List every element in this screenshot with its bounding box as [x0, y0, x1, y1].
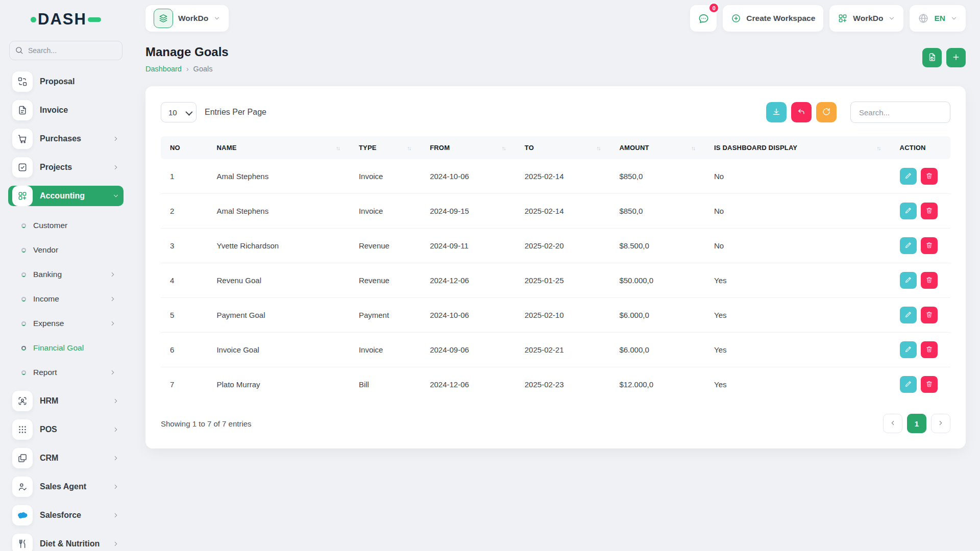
- grid-plus-icon: [838, 13, 848, 23]
- table-search-input[interactable]: [850, 102, 950, 123]
- cell-action: [894, 367, 950, 402]
- sidebar-item-invoice[interactable]: Invoice: [8, 100, 124, 120]
- sidebar-item-label: Invoice: [40, 106, 119, 115]
- chevron-right-icon: [112, 426, 119, 433]
- delete-button[interactable]: [921, 237, 938, 254]
- brand-logo: DASH: [8, 0, 124, 39]
- chevron-down-icon: [950, 15, 958, 22]
- sidebar-item-proposal[interactable]: Proposal: [8, 71, 124, 92]
- pagination-page-1[interactable]: 1: [907, 414, 926, 433]
- column-label: ACTION: [900, 144, 926, 152]
- table-row: 2Amal StephensInvoice2024-09-152025-02-1…: [161, 194, 950, 229]
- edit-button[interactable]: [900, 341, 917, 358]
- table-header-row: NONAME↑↓TYPE↑↓FROM↑↓TO↑↓AMOUNT↑↓IS DASHB…: [161, 136, 950, 159]
- edit-button[interactable]: [900, 376, 917, 393]
- invoice-icon: [12, 100, 33, 120]
- cell-dashboard-display: Yes: [708, 263, 894, 298]
- search-icon: [15, 46, 23, 55]
- copy-goal-button[interactable]: [922, 48, 942, 67]
- delete-button[interactable]: [921, 376, 938, 393]
- submenu-item-vendor[interactable]: Vendor: [21, 240, 124, 260]
- cell-no: 5: [161, 298, 210, 333]
- edit-button[interactable]: [900, 307, 917, 323]
- cell-to: 2025-02-14: [519, 159, 614, 194]
- sidebar-item-projects[interactable]: Projects: [8, 157, 124, 178]
- trash-icon: [925, 172, 933, 181]
- edit-icon: [904, 311, 912, 320]
- sidebar-item-crm[interactable]: CRM: [8, 448, 124, 468]
- sidebar-item-purchases[interactable]: Purchases: [8, 129, 124, 149]
- edit-button[interactable]: [900, 237, 917, 254]
- submenu-item-label: Vendor: [33, 245, 58, 255]
- sidebar-item-sales-agent[interactable]: Sales Agent: [8, 477, 124, 497]
- export-button[interactable]: [766, 102, 787, 122]
- sidebar-search-input[interactable]: [9, 41, 122, 60]
- sidebar-item-label: CRM: [40, 454, 105, 463]
- submenu-item-label: Financial Goal: [33, 343, 84, 353]
- edit-button[interactable]: [900, 272, 917, 289]
- sidebar-item-pos[interactable]: POS: [8, 419, 124, 440]
- submenu-item-expense[interactable]: Expense: [21, 313, 124, 334]
- submenu-item-financial-goal[interactable]: Financial Goal: [21, 338, 124, 358]
- refresh-icon: [822, 107, 831, 118]
- cell-to: 2025-01-25: [519, 263, 614, 298]
- chevron-right-icon: [109, 295, 116, 303]
- column-header-from[interactable]: FROM↑↓: [424, 136, 519, 159]
- column-header-amount[interactable]: AMOUNT↑↓: [613, 136, 708, 159]
- pagination-prev-button[interactable]: [883, 414, 902, 433]
- sort-icon: ↑↓: [596, 145, 607, 151]
- cell-type: Revenue: [353, 229, 424, 263]
- chat-icon: [698, 13, 709, 24]
- workspace-switcher[interactable]: WorkDo: [145, 5, 229, 32]
- logo-dot-accent: [31, 17, 36, 22]
- bullet-icon: [21, 272, 26, 277]
- delete-button[interactable]: [921, 168, 938, 185]
- cell-dashboard-display: No: [708, 229, 894, 263]
- sidebar-item-diet-nutrition[interactable]: Diet & Nutrition: [8, 534, 124, 551]
- column-header-no: NO: [161, 136, 210, 159]
- column-label: AMOUNT: [619, 144, 649, 152]
- sidebar-item-salesforce[interactable]: Salesforce: [8, 505, 124, 525]
- delete-button[interactable]: [921, 307, 938, 323]
- bullet-icon: [21, 370, 26, 375]
- messages-button[interactable]: 0: [690, 5, 717, 32]
- edit-button[interactable]: [900, 168, 917, 185]
- column-header-name[interactable]: NAME↑↓: [210, 136, 352, 159]
- crm-icon: [12, 448, 33, 468]
- submenu-item-banking[interactable]: Banking: [21, 264, 124, 285]
- cell-amount: $8.500,0: [613, 229, 708, 263]
- cell-name: Amal Stephens: [210, 159, 352, 194]
- refresh-button[interactable]: [816, 102, 837, 122]
- apps-menu-button[interactable]: WorkDo: [829, 5, 903, 32]
- sidebar-item-accounting[interactable]: Accounting: [8, 186, 124, 206]
- cell-amount: $6.000,0: [613, 333, 708, 367]
- submenu-accounting: CustomerVendorBankingIncomeExpenseFinanc…: [8, 214, 124, 391]
- trash-icon: [925, 380, 933, 389]
- cell-from: 2024-09-15: [424, 194, 519, 229]
- projects-icon: [12, 157, 33, 178]
- column-header-is-dashboard-display[interactable]: IS DASHBOARD DISPLAY↑↓: [708, 136, 894, 159]
- edit-button[interactable]: [900, 203, 917, 219]
- create-workspace-button[interactable]: Create Workspace: [723, 5, 823, 32]
- sidebar-item-hrm[interactable]: HRM: [8, 391, 124, 411]
- pagination-next-button[interactable]: [931, 414, 950, 433]
- delete-button[interactable]: [921, 203, 938, 219]
- entries-per-page-select[interactable]: 10: [161, 102, 197, 122]
- undo-button[interactable]: [791, 102, 812, 122]
- cell-amount: $850,0: [613, 159, 708, 194]
- delete-button[interactable]: [921, 341, 938, 358]
- cell-type: Bill: [353, 367, 424, 402]
- sidebar-item-label: Sales Agent: [40, 482, 105, 491]
- breadcrumb-dashboard-link[interactable]: Dashboard: [145, 65, 182, 73]
- submenu-item-income[interactable]: Income: [21, 289, 124, 309]
- column-header-type[interactable]: TYPE↑↓: [353, 136, 424, 159]
- submenu-item-customer[interactable]: Customer: [21, 215, 124, 236]
- delete-button[interactable]: [921, 272, 938, 289]
- main-content: WorkDo 0 Create Workspace: [132, 0, 980, 551]
- language-selector[interactable]: EN: [910, 5, 966, 32]
- submenu-item-report[interactable]: Report: [21, 362, 124, 383]
- column-header-to[interactable]: TO↑↓: [519, 136, 614, 159]
- column-label: TYPE: [359, 144, 377, 152]
- create-goal-button[interactable]: [946, 48, 966, 67]
- edit-icon: [904, 276, 912, 285]
